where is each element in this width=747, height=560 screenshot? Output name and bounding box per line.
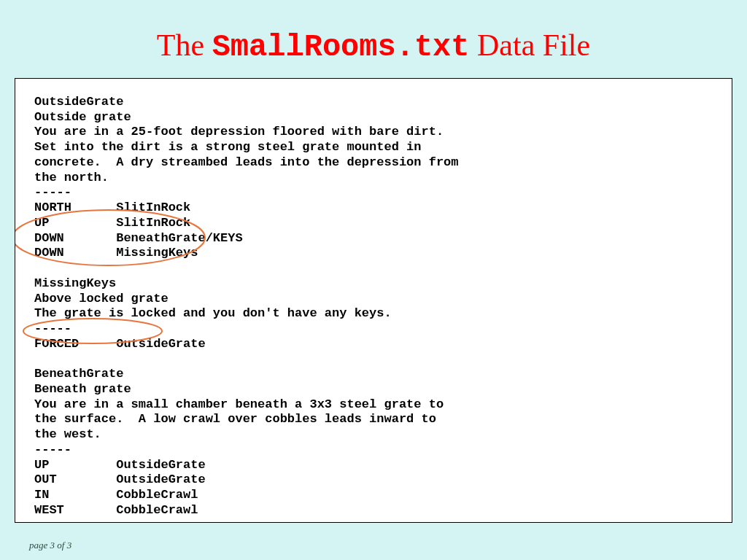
slide-title: The SmallRooms.txt Data File (0, 0, 747, 78)
file-content-box: OutsideGrate Outside grate You are in a … (15, 78, 732, 523)
title-prefix: The (157, 28, 212, 62)
page-footer: page 3 of 3 (29, 540, 71, 551)
title-filename: SmallRooms.txt (212, 30, 470, 65)
file-text: OutsideGrate Outside grate You are in a … (34, 95, 713, 518)
title-suffix: Data File (470, 28, 591, 62)
